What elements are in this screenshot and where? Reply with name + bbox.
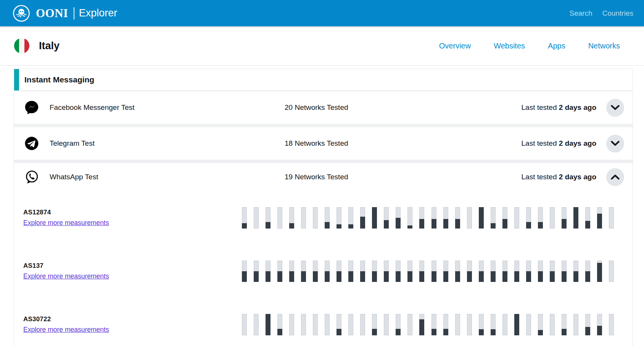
chart-bar[interactable] [467, 207, 472, 229]
chart-bar[interactable] [455, 261, 460, 282]
chart-bar[interactable] [467, 261, 472, 282]
chart-bar[interactable] [562, 207, 567, 229]
chart-bar[interactable] [277, 261, 282, 282]
chart-bar[interactable] [419, 261, 424, 282]
chart-bar[interactable] [609, 314, 614, 335]
chart-bar[interactable] [419, 207, 424, 229]
chart-bar[interactable] [254, 261, 259, 282]
chart-bar[interactable] [443, 261, 448, 282]
chart-bar[interactable] [585, 261, 590, 282]
top-nav-search-link[interactable]: Search [569, 9, 592, 18]
chart-bar[interactable] [455, 314, 460, 335]
chart-bar[interactable] [514, 207, 519, 229]
chart-bar[interactable] [573, 207, 578, 229]
chart-bar[interactable] [526, 261, 531, 282]
chart-bar[interactable] [597, 207, 602, 229]
chart-bar[interactable] [491, 207, 496, 229]
chart-bar[interactable] [502, 261, 507, 282]
chart-bar[interactable] [443, 314, 448, 335]
chart-bar[interactable] [609, 207, 614, 229]
test-row[interactable]: WhatsApp Test 19 Networks Tested Last te… [14, 163, 633, 191]
chart-bar[interactable] [443, 207, 448, 229]
chart-bar[interactable] [242, 314, 247, 335]
chart-bar[interactable] [609, 261, 614, 282]
chart-bar[interactable] [348, 314, 353, 335]
chart-bar[interactable] [514, 261, 519, 282]
chart-bar[interactable] [407, 207, 412, 229]
tab-networks[interactable]: Networks [588, 42, 620, 50]
chart-bar[interactable] [431, 314, 436, 335]
chart-bar[interactable] [289, 207, 294, 229]
chart-bar[interactable] [266, 314, 270, 335]
chart-bar[interactable] [384, 261, 389, 282]
chart-bar[interactable] [597, 314, 602, 335]
chart-bar[interactable] [384, 207, 389, 229]
chart-bar[interactable] [336, 314, 341, 335]
chart-bar[interactable] [396, 314, 401, 335]
chart-bar[interactable] [467, 314, 472, 335]
chart-bar[interactable] [313, 314, 318, 335]
chart-bar[interactable] [277, 314, 282, 335]
tab-apps[interactable]: Apps [548, 42, 565, 50]
chart-bar[interactable] [313, 207, 318, 229]
chart-bar[interactable] [336, 207, 341, 229]
chart-bar[interactable] [313, 261, 318, 282]
chart-bar[interactable] [360, 261, 365, 282]
chart-bar[interactable] [479, 314, 484, 335]
chart-bar[interactable] [514, 314, 519, 335]
chart-bar[interactable] [479, 261, 484, 282]
chart-bar[interactable] [301, 261, 306, 282]
chart-bar[interactable] [266, 207, 270, 229]
chart-bar[interactable] [573, 314, 578, 335]
chart-bar[interactable] [573, 261, 578, 282]
chart-bar[interactable] [431, 207, 436, 229]
chart-bar[interactable] [348, 207, 353, 229]
chart-bar[interactable] [325, 207, 330, 229]
chart-bar[interactable] [301, 314, 306, 335]
collapse-button[interactable] [606, 168, 624, 186]
chart-bar[interactable] [538, 207, 543, 229]
chart-bar[interactable] [585, 207, 590, 229]
chart-bar[interactable] [597, 261, 602, 282]
chart-bar[interactable] [491, 261, 496, 282]
chart-bar[interactable] [562, 261, 567, 282]
test-row[interactable]: Facebook Messenger Test 20 Networks Test… [14, 91, 633, 124]
chart-bar[interactable] [407, 261, 412, 282]
chart-bar[interactable] [479, 207, 484, 229]
tab-websites[interactable]: Websites [494, 42, 525, 50]
chart-bar[interactable] [289, 261, 294, 282]
tab-overview[interactable]: Overview [439, 42, 471, 50]
chart-bar[interactable] [372, 314, 377, 335]
chart-bar[interactable] [384, 314, 389, 335]
chart-bar[interactable] [526, 314, 531, 335]
chart-bar[interactable] [550, 261, 555, 282]
chart-bar[interactable] [325, 261, 330, 282]
chart-bar[interactable] [431, 261, 436, 282]
chart-bar[interactable] [562, 314, 567, 335]
test-row[interactable]: Telegram Test 18 Networks Tested Last te… [14, 127, 633, 160]
chart-bar[interactable] [455, 207, 460, 229]
chart-bar[interactable] [372, 207, 377, 229]
chart-bar[interactable] [301, 207, 306, 229]
chart-bar[interactable] [538, 261, 543, 282]
chart-bar[interactable] [360, 207, 365, 229]
chart-bar[interactable] [242, 261, 247, 282]
chart-bar[interactable] [289, 314, 294, 335]
chart-bar[interactable] [419, 314, 424, 335]
chart-bar[interactable] [502, 207, 507, 229]
chart-bar[interactable] [550, 314, 555, 335]
chart-bar[interactable] [325, 314, 330, 335]
chart-bar[interactable] [538, 314, 543, 335]
chart-bar[interactable] [396, 207, 401, 229]
chart-bar[interactable] [491, 314, 496, 335]
chart-bar[interactable] [254, 207, 259, 229]
chart-bar[interactable] [526, 207, 531, 229]
chart-bar[interactable] [585, 314, 590, 335]
expand-collapse-button[interactable] [606, 135, 624, 153]
explore-more-measurements-link[interactable]: Explore more measurements [23, 219, 109, 227]
chart-bar[interactable] [372, 261, 377, 282]
chart-bar[interactable] [277, 207, 282, 229]
chart-bar[interactable] [242, 207, 247, 229]
expand-collapse-button[interactable] [606, 99, 624, 117]
chart-bar[interactable] [266, 261, 270, 282]
